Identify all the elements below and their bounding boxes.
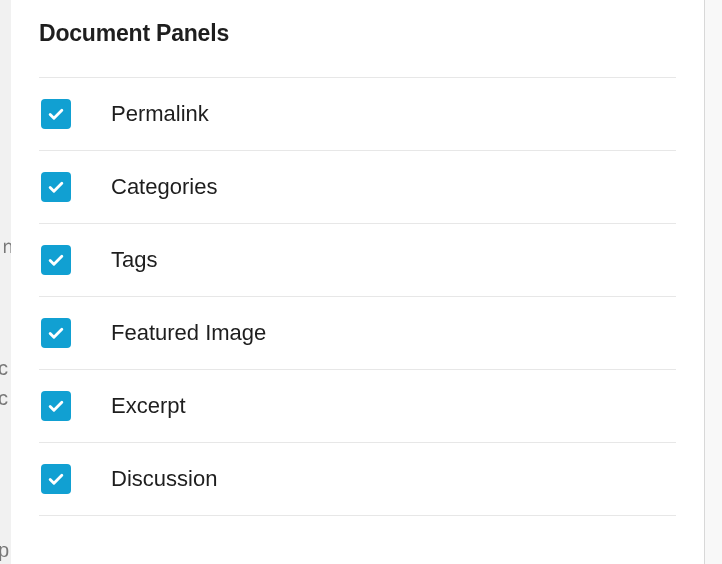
option-row-categories[interactable]: Categories: [39, 151, 676, 224]
option-row-permalink[interactable]: Permalink: [39, 77, 676, 151]
option-label-tags[interactable]: Tags: [111, 247, 157, 273]
check-icon: [46, 104, 66, 124]
check-icon: [46, 323, 66, 343]
option-row-featured-image[interactable]: Featured Image: [39, 297, 676, 370]
option-row-tags[interactable]: Tags: [39, 224, 676, 297]
document-panels-list: PermalinkCategoriesTagsFeatured ImageExc…: [39, 77, 676, 516]
checkbox-discussion[interactable]: [41, 464, 71, 494]
option-label-excerpt[interactable]: Excerpt: [111, 393, 186, 419]
check-icon: [46, 177, 66, 197]
background-editor-strip: ｎ c c p: [0, 0, 11, 564]
checkbox-permalink[interactable]: [41, 99, 71, 129]
check-icon: [46, 250, 66, 270]
option-row-excerpt[interactable]: Excerpt: [39, 370, 676, 443]
checkbox-featured-image[interactable]: [41, 318, 71, 348]
document-panels-popover: Document Panels PermalinkCategoriesTagsF…: [11, 0, 705, 564]
check-icon: [46, 469, 66, 489]
option-label-permalink[interactable]: Permalink: [111, 101, 209, 127]
section-title: Document Panels: [39, 20, 676, 47]
checkbox-tags[interactable]: [41, 245, 71, 275]
option-row-discussion[interactable]: Discussion: [39, 443, 676, 516]
option-label-featured-image[interactable]: Featured Image: [111, 320, 266, 346]
option-label-categories[interactable]: Categories: [111, 174, 217, 200]
checkbox-categories[interactable]: [41, 172, 71, 202]
check-icon: [46, 396, 66, 416]
checkbox-excerpt[interactable]: [41, 391, 71, 421]
option-label-discussion[interactable]: Discussion: [111, 466, 217, 492]
